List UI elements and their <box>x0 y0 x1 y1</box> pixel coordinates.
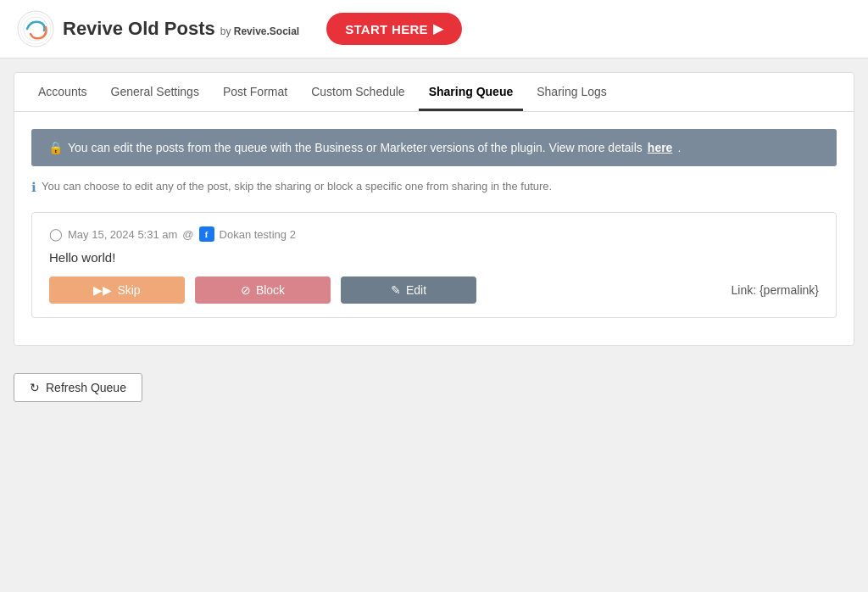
edit-label: Edit <box>406 283 426 297</box>
skip-label: Skip <box>117 283 140 297</box>
header-by: by Revive.Social <box>220 25 299 37</box>
tab-post-format[interactable]: Post Format <box>213 73 298 111</box>
logo-wrap: Revive Old Posts by Revive.Social <box>17 10 299 47</box>
lock-icon: 🔒 <box>48 141 63 154</box>
upgrade-banner: 🔒 You can edit the posts from the queue … <box>31 129 837 166</box>
queue-item-link: Link: {permalink} <box>731 283 819 297</box>
refresh-queue-section: ↻ Refresh Queue <box>0 360 868 419</box>
tab-sharing-logs[interactable]: Sharing Logs <box>526 73 617 111</box>
edit-icon: ✎ <box>391 283 401 297</box>
refresh-queue-label: Refresh Queue <box>46 381 126 394</box>
facebook-icon: f <box>199 226 214 242</box>
queue-item-text: Hello world! <box>49 250 819 265</box>
queue-item-meta: ◯ May 15, 2024 5:31 am @ f Dokan testing… <box>49 226 819 242</box>
brand-name: Revive.Social <box>234 25 299 37</box>
play-icon: ▶ <box>433 21 443 36</box>
skip-icon: ▶▶ <box>93 283 112 297</box>
skip-button[interactable]: ▶▶ Skip <box>49 276 185 304</box>
queue-item-account: Dokan testing 2 <box>220 228 296 241</box>
app-title-text: Revive Old Posts <box>63 18 215 40</box>
block-label: Block <box>256 283 285 297</box>
info-note: ℹ You can choose to edit any of the post… <box>31 180 837 195</box>
queue-item: ◯ May 15, 2024 5:31 am @ f Dokan testing… <box>31 212 837 318</box>
app-header: Revive Old Posts by Revive.Social START … <box>0 0 868 59</box>
block-button[interactable]: ⊘ Block <box>195 276 331 304</box>
main-card: Accounts General Settings Post Format Cu… <box>14 72 854 346</box>
queue-item-actions: ▶▶ Skip ⊘ Block ✎ Edit Link: {permalink} <box>49 276 819 304</box>
start-here-label: START HERE <box>345 22 428 36</box>
queue-item-date: May 15, 2024 5:31 am <box>68 228 177 241</box>
info-icon: ℹ <box>31 180 36 195</box>
tab-custom-schedule[interactable]: Custom Schedule <box>301 73 415 111</box>
tab-sharing-queue[interactable]: Sharing Queue <box>419 73 524 111</box>
clock-icon: ◯ <box>49 227 63 241</box>
at-icon: @ <box>182 228 193 241</box>
refresh-icon: ↻ <box>30 381 40 394</box>
start-here-button[interactable]: START HERE ▶ <box>326 13 462 45</box>
tab-accounts[interactable]: Accounts <box>28 73 97 111</box>
banner-message: You can edit the posts from the queue wi… <box>68 141 643 154</box>
tab-general-settings[interactable]: General Settings <box>101 73 209 111</box>
banner-link[interactable]: here <box>648 141 673 154</box>
tab-content-sharing-queue: 🔒 You can edit the posts from the queue … <box>14 112 854 345</box>
edit-button[interactable]: ✎ Edit <box>341 276 476 304</box>
app-title: Revive Old Posts by Revive.Social <box>63 18 299 40</box>
tab-nav: Accounts General Settings Post Format Cu… <box>14 73 854 112</box>
app-logo-icon <box>17 10 54 47</box>
refresh-queue-button[interactable]: ↻ Refresh Queue <box>14 373 142 402</box>
info-note-text: You can choose to edit any of the post, … <box>42 180 552 193</box>
block-icon: ⊘ <box>241 283 251 297</box>
